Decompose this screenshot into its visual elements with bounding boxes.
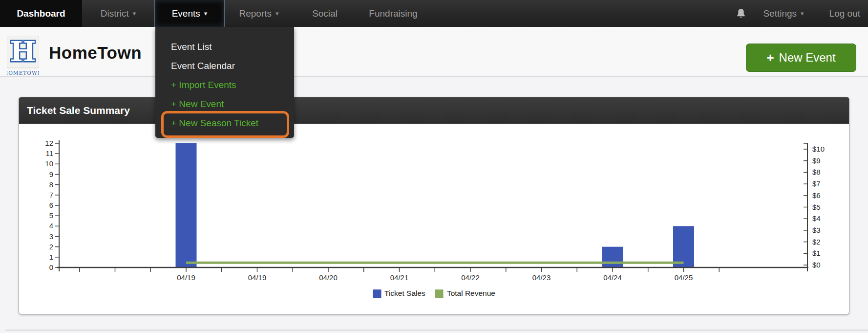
right-axis-label: $2 — [812, 238, 821, 246]
chevron-down-icon — [133, 10, 136, 17]
nav-item-social[interactable]: Social — [293, 0, 357, 27]
legend-entry-ticket-sales: Ticket Sales — [373, 289, 425, 298]
x-axis-label: 04/22 — [461, 273, 480, 282]
left-axis-label: 2 — [49, 243, 53, 251]
left-axis-label: 3 — [49, 232, 53, 241]
page-header: H HOMETOWN HomeTown + New Event — [0, 27, 868, 77]
section-divider — [5, 330, 868, 331]
x-axis-label: 04/23 — [532, 273, 551, 282]
notifications-bell-icon[interactable] — [736, 8, 746, 20]
legend-entry-total-revenue: Total Revenue — [435, 289, 495, 298]
left-axis-label: 12 — [45, 139, 53, 147]
nav-item-label: Events — [172, 8, 200, 19]
ticket-sale-summary-panel: Ticket Sale Summary 0123456789101112$0$1… — [19, 97, 849, 314]
legend-label: Ticket Sales — [384, 289, 425, 298]
logo-wordmark: HOMETOWN — [7, 70, 39, 76]
left-axis-label: 1 — [49, 253, 53, 261]
page: Dashboard District Events Reports Social… — [0, 0, 868, 333]
left-axis-label: 6 — [49, 201, 53, 209]
left-axis-label: 11 — [45, 149, 53, 157]
new-event-button-label: New Event — [779, 51, 836, 65]
right-axis-label: $6 — [812, 191, 821, 200]
menu-item-event-calendar[interactable]: Event Calendar — [155, 56, 294, 75]
legend-swatch-ticket-sales — [373, 289, 381, 298]
nav-item-label: Social — [312, 8, 338, 19]
top-navbar: Dashboard District Events Reports Social… — [0, 0, 868, 27]
chevron-down-icon — [801, 10, 804, 17]
right-axis-label: $10 — [812, 145, 825, 153]
bar-ticket-sales — [673, 226, 694, 267]
ticket-sales-chart: 0123456789101112$0$1$2$3$4$5$6$7$8$9$100… — [19, 124, 849, 315]
nav-item-reports[interactable]: Reports — [225, 0, 293, 27]
nav-item-label: Reports — [239, 8, 272, 19]
nav-item-fundraising[interactable]: Fundraising — [357, 0, 430, 27]
bar-ticket-sales — [602, 247, 623, 267]
chart-legend: Ticket Sales Total Revenue — [373, 289, 495, 298]
logo-letter: H — [10, 36, 36, 67]
hometown-logo[interactable]: H HOMETOWN — [7, 36, 39, 77]
new-event-button[interactable]: + New Event — [746, 44, 856, 72]
panel-header: Ticket Sale Summary — [19, 97, 849, 124]
left-axis-label: 5 — [49, 211, 53, 220]
left-axis-label: 9 — [49, 170, 53, 178]
menu-item-new-season-ticket[interactable]: + New Season Ticket — [155, 113, 294, 133]
right-axis-label: $5 — [812, 203, 821, 211]
nav-item-label: District — [101, 8, 129, 19]
bar-ticket-sales — [176, 143, 197, 267]
right-axis-label: $0 — [812, 261, 821, 269]
left-axis-label: 0 — [49, 263, 53, 271]
events-dropdown-menu: Event List Event Calendar + Import Event… — [155, 27, 294, 138]
right-axis-label: $4 — [812, 214, 821, 222]
nav-item-settings[interactable]: Settings — [763, 8, 804, 19]
legend-label: Total Revenue — [447, 289, 495, 298]
x-axis-label: 04/19 — [177, 273, 195, 282]
nav-item-label: Dashboard — [17, 8, 65, 19]
menu-item-event-list[interactable]: Event List — [155, 37, 294, 56]
plus-icon: + — [766, 50, 774, 66]
nav-item-logout[interactable]: Log out — [829, 8, 860, 19]
nav-item-dashboard[interactable]: Dashboard — [0, 0, 82, 27]
legend-swatch-total-revenue — [435, 289, 444, 298]
right-axis-label: $9 — [812, 156, 821, 165]
x-axis-label: 04/24 — [603, 273, 622, 282]
page-title: HomeTown — [49, 43, 142, 63]
menu-item-new-event[interactable]: + New Event — [155, 94, 294, 113]
right-axis-label: $7 — [812, 179, 821, 188]
nav-item-district[interactable]: District — [82, 0, 154, 27]
left-axis-label: 10 — [45, 159, 53, 168]
x-axis-label: 04/25 — [675, 273, 693, 282]
nav-item-label: Settings — [763, 8, 797, 19]
left-axis-label: 4 — [49, 222, 53, 230]
chevron-down-icon — [275, 10, 279, 17]
right-axis-label: $3 — [812, 226, 821, 234]
right-axis-label: $8 — [812, 168, 821, 176]
nav-item-label: Log out — [829, 8, 860, 19]
x-axis-label: 04/21 — [390, 273, 409, 282]
nav-item-events[interactable]: Events — [154, 0, 225, 27]
nav-item-label: Fundraising — [369, 8, 417, 19]
chevron-down-icon — [204, 10, 208, 17]
right-axis-label: $1 — [812, 249, 821, 257]
navbar-right-group: Settings Log out — [736, 0, 868, 27]
chart-area: 0123456789101112$0$1$2$3$4$5$6$7$8$9$100… — [19, 124, 849, 314]
x-axis-label: 04/19 — [248, 273, 267, 282]
panel-title: Ticket Sale Summary — [27, 105, 130, 116]
menu-item-import-events[interactable]: + Import Events — [155, 75, 294, 94]
x-axis-label: 04/20 — [319, 273, 338, 282]
left-axis-label: 7 — [49, 191, 53, 199]
left-axis-label: 8 — [49, 180, 53, 189]
